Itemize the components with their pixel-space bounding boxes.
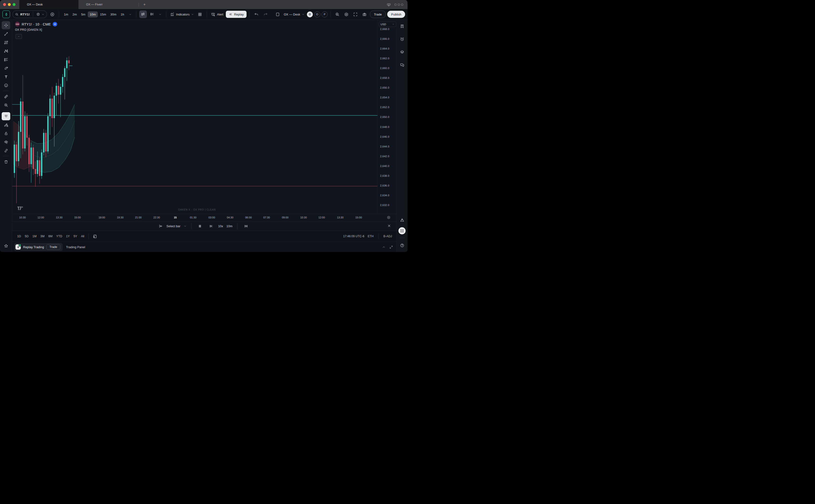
range-6m[interactable]: 6M (47, 233, 54, 239)
chart-area[interactable]: USD 2,668.02,666.02,664.02,662.02,660.02… (12, 20, 396, 214)
alert-button[interactable]: Alert (210, 12, 225, 17)
chat-icon[interactable] (398, 61, 406, 69)
close-window-button[interactable] (3, 3, 6, 6)
mini-chart-diamond-icon[interactable] (36, 12, 40, 16)
range-3m[interactable]: 3M (39, 233, 46, 239)
chart-style-candles-button[interactable] (139, 10, 147, 18)
timeframe-1h[interactable]: 1h (119, 11, 126, 17)
replay-jump-to-end-button[interactable] (242, 222, 250, 230)
line-tools-style-button[interactable] (148, 10, 156, 18)
settings-gear-icon[interactable] (343, 10, 350, 18)
screenshot-camera-icon[interactable] (361, 10, 368, 18)
replay-interval-button[interactable]: 10m (227, 224, 233, 228)
link-drawings-tool[interactable] (2, 146, 10, 155)
trend-line-tool[interactable] (2, 30, 10, 38)
fib-retracement-tool[interactable] (2, 38, 10, 46)
layout-square-icon[interactable] (274, 10, 281, 18)
timeframe-1m[interactable]: 1m (62, 11, 70, 17)
replay-trade-button[interactable]: Trade (46, 244, 60, 250)
symbol-search-box[interactable]: RTY1! (12, 10, 47, 18)
collapse-panel-chevron-icon[interactable] (382, 245, 386, 249)
timeframe-15m[interactable]: 15m (98, 11, 108, 17)
lock-all-drawings-tool[interactable] (2, 129, 10, 137)
zoom-window-button[interactable] (13, 3, 15, 6)
crosshair-tool[interactable] (2, 21, 10, 29)
magnet-mode-tool[interactable] (2, 112, 10, 120)
close-replay-icon[interactable] (387, 224, 391, 228)
clock-value[interactable]: 17:46:09 UTC-6 (343, 235, 364, 238)
trading-panel-tab[interactable]: Trading Panel (66, 245, 85, 249)
favorites-star-tool[interactable] (2, 242, 10, 250)
currency-selector[interactable]: USD (379, 21, 396, 27)
app-logo-icon[interactable] (2, 10, 10, 18)
more-options-icon[interactable] (394, 4, 403, 6)
expand-panel-icon[interactable] (389, 245, 393, 249)
style-menu-chevron[interactable] (157, 10, 163, 18)
range-1y[interactable]: 1Y (64, 233, 71, 239)
range-ytd[interactable]: YTD (55, 233, 64, 239)
hide-drawings-tool[interactable] (2, 138, 10, 146)
ruler-tool[interactable] (2, 92, 10, 101)
select-bar-control[interactable]: Select bar (158, 224, 186, 228)
candlestick-plot[interactable] (12, 20, 378, 214)
replay-speed-button[interactable]: 10x (218, 224, 223, 228)
new-tab-button[interactable]: + (140, 0, 149, 9)
chevron-down-icon[interactable] (191, 13, 194, 16)
timeframe-5m[interactable]: 5m (79, 11, 87, 17)
legend-title[interactable]: RTY1! · 10 · CME (22, 22, 51, 26)
redo-button[interactable] (262, 10, 269, 18)
drawing-edit-lock-tool[interactable] (2, 121, 10, 129)
range-5y[interactable]: 5Y (72, 233, 79, 239)
indicators-button[interactable]: Indicators (169, 12, 195, 17)
session-toggle[interactable]: ETH (368, 235, 374, 238)
range-5d[interactable]: 5D (23, 233, 30, 239)
price-axis[interactable]: USD 2,668.02,666.02,664.02,662.02,660.02… (377, 20, 396, 214)
projection-tool[interactable] (2, 55, 10, 64)
tradingview-logo-icon[interactable] (17, 207, 23, 211)
avatar-p[interactable]: P (322, 11, 328, 17)
go-to-date-icon[interactable] (91, 232, 99, 240)
avatar-o-active[interactable]: O (307, 11, 313, 17)
replay-trading-chip[interactable]: Replay Trading Trade (14, 243, 63, 251)
replay-pause-button[interactable] (196, 222, 204, 230)
range-1m[interactable]: 1M (31, 233, 38, 239)
undo-button[interactable] (253, 10, 260, 18)
axis-settings-gear-icon[interactable] (387, 216, 391, 219)
range-all[interactable]: All (79, 233, 86, 239)
zoom-in-tool[interactable] (2, 101, 10, 109)
replay-button[interactable]: Replay (226, 11, 247, 18)
tab-overview-icon[interactable] (387, 2, 391, 7)
time-axis[interactable]: 10:3012:0013:3015:0018:0019:3021:0022:30… (12, 214, 396, 221)
alerts-clock-icon[interactable] (398, 35, 406, 43)
remove-drawings-tool[interactable] (2, 158, 10, 166)
timeframe-2m[interactable]: 2m (71, 11, 79, 17)
timeframe-10m[interactable]: 10m (88, 11, 97, 17)
apps-grid-icon[interactable] (398, 227, 406, 234)
brush-tool[interactable] (2, 64, 10, 72)
quick-search-icon[interactable] (334, 10, 341, 18)
range-1d[interactable]: 1D (15, 233, 23, 239)
replay-mode-badge[interactable] (53, 22, 57, 26)
fullscreen-icon[interactable] (352, 10, 359, 18)
publish-button[interactable]: Publish (387, 11, 405, 18)
minimize-window-button[interactable] (8, 3, 11, 6)
platform-logo-mountain-icon[interactable] (398, 216, 406, 224)
replay-step-forward-button[interactable] (207, 222, 215, 230)
layout-selector[interactable]: OX — Desk (283, 13, 306, 16)
tab-ox-desk[interactable]: OX — Desk (19, 0, 78, 9)
watchlist-icon[interactable] (398, 22, 406, 30)
layout-templates-button[interactable] (196, 10, 204, 18)
add-symbol-button[interactable] (48, 10, 56, 18)
timeframe-30m[interactable]: 30m (108, 11, 118, 17)
tab-ox-fiverr[interactable]: OX — Fiverr (78, 0, 137, 9)
emoji-tool[interactable] (2, 81, 10, 89)
object-tree-layers-icon[interactable] (398, 48, 406, 56)
legend-study[interactable]: OX PRO [OAKEN X] (15, 28, 57, 31)
adjustment-toggle[interactable]: B-ADJ (383, 235, 392, 238)
legend-collapse-button[interactable] (15, 34, 22, 39)
text-tool[interactable] (2, 73, 10, 81)
xabcd-pattern-tool[interactable] (2, 47, 10, 55)
avatar-o[interactable]: O (314, 11, 320, 17)
help-icon[interactable] (398, 241, 406, 249)
timeframe-menu-chevron[interactable] (127, 10, 133, 18)
